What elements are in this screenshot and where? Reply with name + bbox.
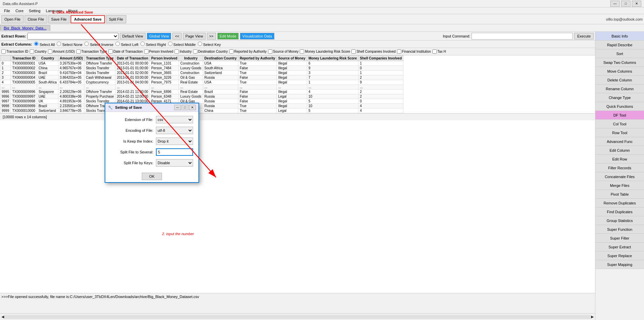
minimize-button[interactable]: — — [610, 1, 620, 7]
select-right-radio[interactable]: Select Right — [140, 42, 166, 47]
status-scrollbar-right[interactable]: ▶ — [591, 315, 594, 319]
col-header-date[interactable]: Date of Transaction — [115, 56, 150, 61]
col-cb-trans-type[interactable]: Transaction Type — [76, 49, 107, 54]
select-all-radio[interactable]: Select All — [34, 42, 55, 47]
sidebar-group-statistics[interactable]: Group Statistics — [595, 216, 644, 225]
col-cb-tax[interactable]: Tax H — [432, 49, 446, 54]
splitkeys-select[interactable]: DisableEnable — [156, 159, 193, 167]
next-page-button[interactable]: >> — [207, 33, 216, 40]
col-header-ml-risk[interactable]: Money Laundering Risk Score — [307, 56, 358, 61]
extension-select[interactable]: csvxlsxtxt — [156, 116, 193, 123]
select-inverse-radio[interactable]: Select Inverse — [84, 42, 113, 47]
sidebar-delete-column[interactable]: Delete Column — [595, 76, 644, 84]
sidebar-edit-row[interactable]: Edit Row — [595, 155, 644, 164]
status-scrollbar-left[interactable]: ◀ — [1, 315, 4, 319]
sidebar-remove-duplicates[interactable]: Remove Duplicates — [595, 199, 644, 207]
col-header-trans-type[interactable]: Transaction Type — [84, 56, 115, 61]
col-cb-reported[interactable]: Reported by Authority — [229, 49, 267, 54]
col-cb-transaction-id[interactable]: Transaction ID — [1, 49, 28, 54]
sidebar-rapid-describe[interactable]: Rapid Describe — [595, 41, 644, 49]
menu-setting[interactable]: Setting — [26, 8, 43, 14]
dialog-minimize-button[interactable]: — — [174, 105, 181, 110]
col-header-country[interactable]: Country — [37, 56, 58, 61]
col-header-industry[interactable]: Industry — [179, 56, 203, 61]
sidebar-advanced-func[interactable]: Advanced Func — [595, 137, 644, 146]
split-input[interactable] — [156, 148, 193, 156]
col-cb-financial[interactable]: Financial Institution — [397, 49, 431, 54]
col-cb-shell[interactable]: Shell Companies Involved — [351, 49, 396, 54]
sidebar-pivot-table[interactable]: Pivot Table — [595, 190, 644, 199]
sidebar-basic-info[interactable]: Basic Info — [595, 32, 644, 41]
col-header-dest-country[interactable]: Destination Country — [203, 56, 238, 61]
menu-file[interactable]: File — [1, 8, 13, 14]
execute-button[interactable]: Execute — [574, 33, 594, 40]
sidebar-filter-records[interactable]: Filter Records — [595, 164, 644, 172]
sidebar-super-extract[interactable]: Super Extract — [595, 243, 644, 251]
restore-button[interactable]: □ — [621, 1, 630, 7]
col-header-transaction-id[interactable]: Transaction ID — [11, 56, 37, 61]
sidebar-swap-columns[interactable]: Swap Two Columns — [595, 58, 644, 67]
sidebar-merge-files[interactable]: Merge Files — [595, 181, 644, 190]
sidebar-sort[interactable]: Sort — [595, 49, 644, 58]
extract-rows-select[interactable] — [27, 33, 118, 40]
advanced-save-button[interactable]: Advanced Save — [71, 15, 105, 23]
select-key-radio[interactable]: Select Key — [198, 42, 221, 47]
sidebar-super-function[interactable]: Super Function — [595, 225, 644, 234]
select-none-radio[interactable]: Select None — [57, 42, 82, 47]
open-file-button[interactable]: Open File — [1, 15, 24, 23]
close-file-button[interactable]: Close File — [25, 15, 47, 23]
menu-about[interactable]: About — [65, 8, 80, 14]
table-cell: TX0000000003 — [11, 71, 37, 75]
sidebar-super-mapping[interactable]: Super Mapping — [595, 260, 644, 269]
input-command-input[interactable] — [472, 33, 573, 40]
dialog-close-button[interactable]: ✕ — [189, 105, 196, 110]
sidebar-super-replace[interactable]: Super Replace — [595, 251, 644, 260]
sidebar-rename-column[interactable]: Rename Column — [595, 84, 644, 93]
horizontal-scrollbar[interactable] — [5, 315, 590, 319]
save-file-button[interactable]: Save File — [48, 15, 70, 23]
select-left-radio[interactable]: Select Left — [115, 42, 138, 47]
sidebar-find-duplicates[interactable]: Find Duplicates — [595, 207, 644, 216]
encoding-select[interactable]: utf-8utf-16latin-1 — [156, 127, 193, 134]
sidebar-df-tool[interactable]: DF Tool — [595, 111, 644, 120]
col-header-amount[interactable]: Amount (USD) — [58, 56, 84, 61]
sidebar-row-tool[interactable]: Row Tool — [595, 128, 644, 137]
sidebar-super-filter[interactable]: Super Filter — [595, 234, 644, 243]
sidebar-quick-functions[interactable]: Quick Functions — [595, 102, 644, 111]
default-view-button[interactable]: Default View — [120, 33, 145, 40]
col-header-shell[interactable]: Shell Companies Involved — [358, 56, 403, 61]
col-header-source[interactable]: Source of Money — [277, 56, 307, 61]
col-cb-industry[interactable]: Industry — [175, 49, 192, 54]
sidebar-col-tool[interactable]: Col Tool — [595, 120, 644, 128]
sidebar-edit-column[interactable]: Edit Column — [595, 146, 644, 155]
col-cb-dest-country[interactable]: Destination Country — [193, 49, 228, 54]
col-cb-person[interactable]: Person Involved — [144, 49, 173, 54]
col-header-reported[interactable]: Reported by Authority — [238, 56, 277, 61]
select-middle-radio[interactable]: Select Middle — [168, 42, 196, 47]
col-header-person[interactable]: Person Involved — [150, 56, 179, 61]
close-button[interactable]: ✕ — [632, 1, 641, 7]
col-cb-date[interactable]: Date of Transaction — [108, 49, 143, 54]
sidebar-move-columns[interactable]: Move Columns — [595, 67, 644, 76]
col-cb-source[interactable]: Source of Money — [268, 49, 299, 54]
ok-button[interactable]: OK — [142, 173, 162, 180]
sidebar-concatenate-files[interactable]: Concatenate Files — [595, 172, 644, 181]
table-cell: 3.864201e+05 — [58, 75, 84, 80]
table-cell: Stocks Transfer — [84, 71, 115, 75]
visualization-button[interactable]: Visualization Data — [240, 33, 274, 40]
split-file-button[interactable]: Split File — [106, 15, 126, 23]
dialog-maximize-button[interactable]: □ — [182, 105, 188, 110]
prev-page-button[interactable]: << — [172, 33, 182, 40]
file-tab[interactable]: Big_Black_Money_Data... — [0, 25, 50, 31]
sidebar-change-type[interactable]: Change Type — [595, 93, 644, 102]
global-view-button[interactable]: Global View — [147, 33, 171, 40]
menu-language[interactable]: Language — [43, 8, 65, 14]
col-cb-amount[interactable]: Amount (USD) — [48, 49, 75, 54]
index-select[interactable]: Drop itKeep it — [156, 138, 193, 145]
menu-core[interactable]: Core — [13, 8, 26, 14]
page-view-button[interactable]: Page View — [183, 33, 205, 40]
col-cb-ml-risk[interactable]: Money Laundering Risk Score — [300, 49, 350, 54]
col-cb-country[interactable]: Country — [30, 49, 47, 54]
edit-mode-button[interactable]: Edit Mode — [217, 33, 239, 40]
extension-label: Extension of File: — [109, 118, 153, 122]
